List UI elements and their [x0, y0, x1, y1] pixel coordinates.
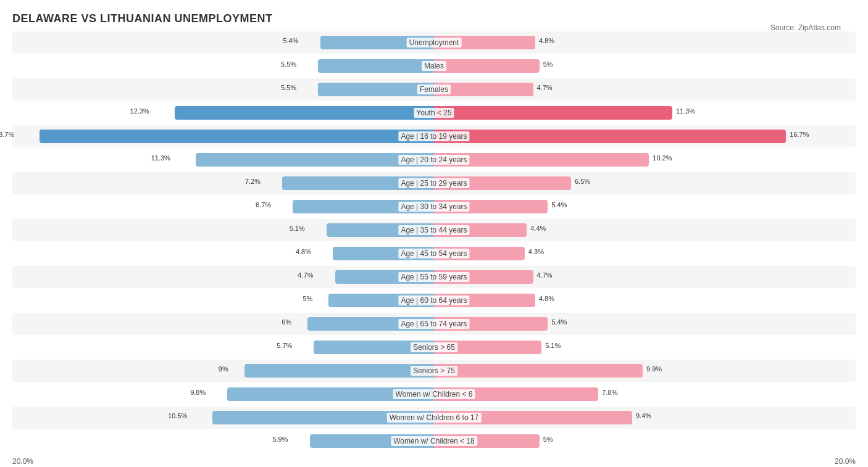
row-label: Age | 25 to 29 years [398, 178, 469, 188]
val-left: 11.3% [151, 154, 173, 162]
val-left: 6.7% [256, 201, 273, 209]
row-label: Women w/ Children 6 to 17 [387, 413, 482, 423]
chart-row: Unemployment 5.4% 4.8% [12, 31, 856, 54]
row-label: Age | 35 to 44 years [398, 225, 469, 235]
chart-row: Age | 60 to 64 years 5% 4.8% [12, 289, 856, 312]
val-left: 4.7% [298, 271, 315, 279]
axis-left: 20.0% [12, 457, 33, 466]
row-label: Age | 16 to 19 years [398, 131, 469, 141]
row-label: Age | 55 to 59 years [398, 272, 469, 282]
val-right: 5.4% [549, 318, 567, 326]
val-right: 11.3% [674, 107, 695, 115]
chart-row: Age | 25 to 29 years 7.2% 6.5% [12, 172, 856, 194]
val-left: 9% [219, 365, 231, 373]
chart-row: Women w/ Children 6 to 17 10.5% 9.4% [12, 407, 856, 429]
val-left: 5.7% [277, 342, 294, 349]
chart-source: Source: ZipAtlas.com [770, 23, 841, 32]
val-left: 5.9% [272, 436, 290, 443]
row-label: Age | 65 to 74 years [398, 319, 469, 329]
bar-left [244, 364, 434, 378]
val-right: 5.1% [543, 342, 561, 349]
chart-row: Women w/ Children < 18 5.9% 5% [12, 430, 856, 452]
val-right: 4.7% [535, 271, 553, 279]
row-label: Women w/ Children < 6 [393, 389, 475, 399]
row-label: Seniors > 75 [411, 366, 457, 376]
row-label: Age | 60 to 64 years [398, 295, 469, 305]
val-right: 5% [541, 436, 553, 443]
axis-row: 20.0% 20.0% [12, 457, 856, 466]
row-label: Age | 45 to 54 years [398, 249, 469, 258]
chart-row: Youth < 25 12.3% 11.3% [12, 102, 856, 124]
val-left: 18.7% [0, 131, 17, 138]
row-label: Unemployment [407, 38, 462, 48]
chart-row: Seniors > 65 5.7% 5.1% [12, 336, 856, 358]
axis-right: 20.0% [835, 457, 856, 466]
row-label: Seniors > 65 [411, 342, 457, 352]
val-right: 9.4% [633, 412, 651, 419]
chart-row: Women w/ Children < 6 9.8% 7.8% [12, 383, 856, 405]
val-right: 4.8% [536, 37, 554, 44]
chart-row: Age | 16 to 19 years 18.7% 16.7% [12, 125, 856, 147]
row-label: Women w/ Children < 18 [391, 436, 477, 446]
bar-left [175, 106, 434, 120]
val-left: 5.1% [290, 225, 307, 232]
bar-right [434, 59, 540, 73]
val-left: 5.5% [281, 84, 299, 91]
row-label: Males [422, 61, 446, 71]
bar-right [434, 106, 672, 120]
val-right: 4.7% [535, 84, 553, 91]
bar-left [318, 59, 434, 73]
row-label: Age | 30 to 34 years [398, 202, 469, 212]
row-label: Youth < 25 [414, 108, 454, 118]
val-right: 6.5% [572, 178, 590, 185]
val-right: 16.7% [787, 131, 809, 138]
chart-row: Age | 30 to 34 years 6.7% 5.4% [12, 196, 856, 218]
row-label: Females [417, 85, 451, 94]
val-right: 10.2% [650, 154, 672, 162]
bar-right [434, 130, 786, 143]
val-right: 4.4% [528, 225, 546, 232]
val-left: 5.4% [283, 37, 301, 44]
chart-row: Females 5.5% 4.7% [12, 78, 856, 101]
val-left: 5.5% [281, 60, 299, 68]
chart-row: Age | 45 to 54 years 4.8% 4.3% [12, 242, 856, 265]
val-left: 12.3% [130, 107, 152, 115]
row-label: Age | 20 to 24 years [398, 155, 469, 165]
chart-body: Unemployment 5.4% 4.8% Males 5.5% 5% Fem… [12, 31, 856, 452]
val-left: 7.2% [245, 178, 263, 185]
val-left: 5% [303, 295, 315, 302]
val-right: 5.4% [549, 201, 567, 209]
val-left: 10.5% [168, 412, 190, 419]
bar-left [318, 83, 434, 96]
chart-row: Males 5.5% 5% [12, 55, 856, 77]
val-right: 4.8% [536, 295, 554, 302]
chart-title: DELAWARE VS LITHUANIAN UNEMPLOYMENT [12, 12, 856, 25]
val-right: 5% [541, 60, 553, 68]
chart-row: Age | 55 to 59 years 4.7% 4.7% [12, 266, 856, 288]
val-left: 4.8% [296, 248, 314, 255]
chart-row: Age | 20 to 24 years 11.3% 10.2% [12, 149, 856, 171]
chart-row: Age | 35 to 44 years 5.1% 4.4% [12, 219, 856, 241]
bar-right [434, 364, 643, 378]
val-right: 9.9% [644, 365, 662, 373]
chart-row: Age | 65 to 74 years 6% 5.4% [12, 313, 856, 335]
bar-left [40, 130, 434, 143]
val-left: 9.8% [190, 389, 208, 396]
val-right: 7.8% [599, 389, 617, 396]
val-left: 6% [282, 318, 294, 326]
val-right: 4.3% [526, 248, 544, 255]
chart-row: Seniors > 75 9% 9.9% [12, 360, 856, 382]
